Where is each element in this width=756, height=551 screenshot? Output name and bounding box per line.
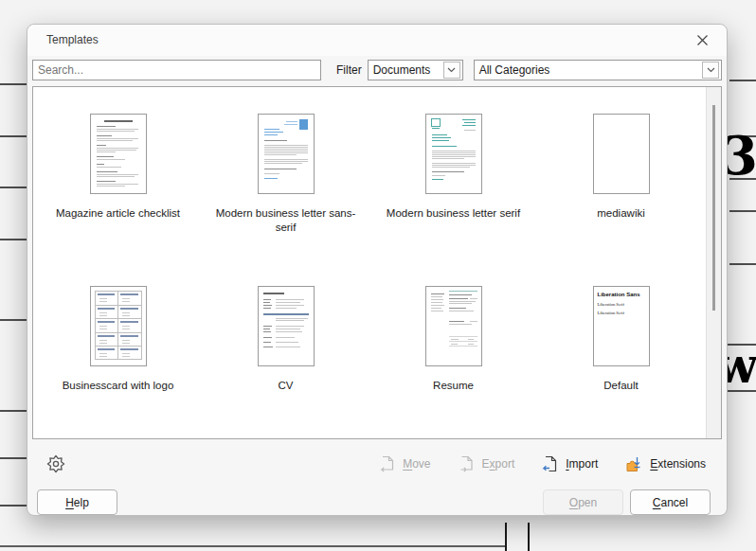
puzzle-icon [624,454,643,473]
close-button[interactable] [690,29,714,50]
toolbar-actions: Move Export Import [378,454,706,473]
filter-row: Filter Documents All Categories [27,56,727,84]
search-input[interactable] [32,60,321,80]
extensions-button[interactable]: Extensions [624,454,706,473]
template-label: Magazine article checklist [56,206,180,221]
template-label: Modern business letter serif [387,206,520,221]
template-label: CV [279,379,294,393]
export-button[interactable]: Export [458,455,515,473]
dialog-title: Templates [46,33,690,46]
extensions-button-label: Extensions [650,457,706,471]
move-button[interactable]: Move [378,455,430,473]
dialog-titlebar: Templates [27,25,727,56]
document-export-icon [458,455,476,473]
open-button[interactable]: Open [543,489,623,515]
cancel-button[interactable]: Cancel [630,489,711,515]
template-thumbnail [425,114,482,194]
open-button-label: Open [569,496,597,509]
gear-icon [46,454,65,473]
template-item-cv[interactable]: CV [202,259,369,432]
template-item-mediawiki[interactable]: mediawiki [537,87,705,259]
template-label: Modern business letter sans-serif [210,206,362,235]
thumb-text-liberation-serif: Liberation Serif [598,311,625,315]
footer-right-buttons: Open Cancel [543,489,711,515]
import-button[interactable]: Import [541,455,598,473]
template-item-modern-business-letter-sans-serif[interactable]: Modern business letter sans-serif [202,87,369,259]
chevron-down-icon [702,62,719,79]
template-grid: Magazine article checklist Moder [34,87,705,438]
cancel-button-label: Cancel [653,496,688,509]
template-item-businesscard-with-logo[interactable]: Businesscard with logo [34,259,202,432]
thumb-text-liberation-serif: Liberation Serif [598,302,625,307]
template-thumbnail [258,286,315,366]
template-item-default[interactable]: Liberation Sans Liberation Serif Liberat… [537,259,705,432]
template-label: Default [603,379,638,393]
dialog-toolbar: Move Export Import [27,453,727,475]
help-button-label: Help [65,496,89,509]
dialog-footer: Help Open Cancel [27,489,727,515]
settings-button[interactable] [46,454,65,473]
move-button-label: Move [403,457,430,471]
filter-type-select[interactable]: Documents [368,60,463,80]
document-move-icon [378,455,396,473]
help-button[interactable]: Help [37,489,117,515]
template-thumbnail [258,114,315,194]
template-item-resume[interactable]: Resume [369,259,537,432]
template-item-modern-business-letter-serif[interactable]: Modern business letter serif [369,87,537,259]
filter-category-select[interactable]: All Categories [474,60,722,80]
template-label: Resume [433,379,474,393]
writer-background: 3 wa Templates Filter Documents All Cate… [0,0,756,551]
filter-label: Filter [336,63,362,77]
template-thumbnail: Liberation Sans Liberation Serif Liberat… [593,286,650,366]
chevron-down-icon [443,62,460,79]
template-label: Businesscard with logo [63,379,174,393]
thumb-text-liberation-sans: Liberation Sans [598,292,640,297]
template-label: mediawiki [597,206,645,221]
filter-category-value: All Categories [475,63,700,77]
template-thumbnail [90,286,147,366]
scrollbar-thumb[interactable] [712,105,715,311]
template-list: Magazine article checklist Moder [32,86,722,439]
template-thumbnail [593,114,650,194]
template-item-magazine-article-checklist[interactable]: Magazine article checklist [34,87,202,259]
import-button-label: Import [566,457,598,471]
document-import-icon [541,455,559,473]
filter-type-value: Documents [369,63,441,77]
close-icon [696,34,709,46]
export-button-label: Export [482,457,515,471]
list-scrollbar[interactable] [706,87,721,438]
template-thumbnail [90,114,147,194]
template-thumbnail [425,286,482,366]
templates-dialog: Templates Filter Documents All Categorie… [27,24,728,516]
